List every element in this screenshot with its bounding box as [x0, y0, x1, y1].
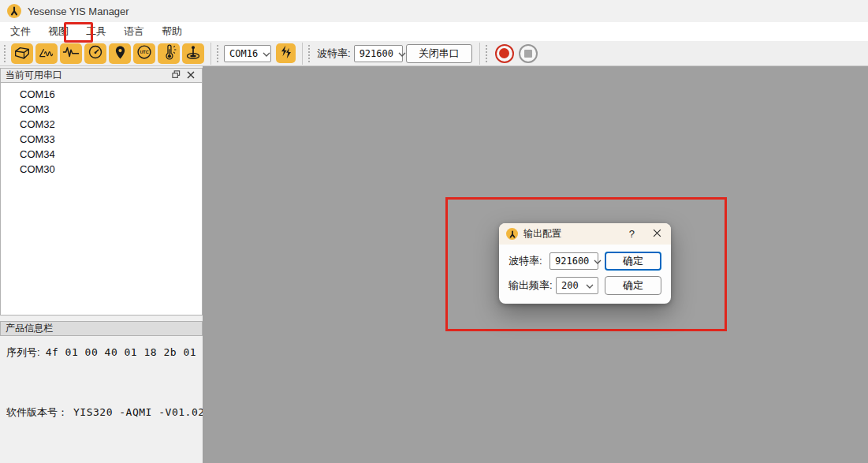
toolbar-grip[interactable]	[308, 45, 312, 62]
toolbar-grip[interactable]	[486, 45, 490, 62]
close-icon	[187, 69, 195, 81]
close-panel-button[interactable]	[184, 69, 198, 82]
content-area: 当前可用串口 COM16 COM3 COM32 COM33 COM34 COM3…	[0, 66, 868, 463]
temperature-icon	[162, 44, 177, 62]
3d-box-icon	[14, 46, 30, 62]
title-bar: Yesense YIS Manager	[0, 0, 868, 22]
waveform-icon	[62, 46, 80, 61]
utc-clock-icon: UTC	[136, 44, 152, 62]
output-config-dialog: 输出配置 ? 波特率: 921600 确定 输出频率:	[499, 223, 671, 304]
app-window: { "window": { "title": "Yesense YIS Mana…	[0, 0, 868, 463]
stop-icon	[524, 50, 532, 58]
dialog-help-button[interactable]: ?	[624, 228, 639, 240]
toolbar-separator	[210, 43, 211, 65]
toolbar-separator	[302, 43, 303, 65]
frequency-confirm-button[interactable]: 确定	[605, 276, 661, 295]
menu-bar: 文件 视图 工具 语言 帮助	[0, 22, 868, 41]
list-item-port[interactable]: COM34	[1, 147, 202, 162]
com-port-value: COM16	[229, 48, 258, 59]
close-serial-port-button[interactable]: 关闭串口	[406, 44, 472, 63]
tool-utc-time-button[interactable]: UTC	[133, 43, 155, 64]
svg-text:UTC: UTC	[140, 50, 148, 54]
dialog-baud-value: 921600	[555, 256, 589, 267]
menu-help[interactable]: 帮助	[153, 22, 191, 41]
panel-splitter[interactable]	[0, 316, 203, 321]
toolbar-grip[interactable]	[4, 45, 8, 62]
menu-view[interactable]: 视图	[39, 22, 77, 41]
toolbar: UTC COM16 波特率: 921600 关闭串口	[0, 41, 868, 66]
gauge-icon	[88, 44, 103, 62]
menu-language[interactable]: 语言	[115, 22, 153, 41]
serial-number-line: 序列号: 4f 01 00 40 01 18 2b 01	[6, 345, 196, 360]
left-panel: 当前可用串口 COM16 COM3 COM32 COM33 COM34 COM3…	[0, 66, 203, 463]
app-logo-icon	[7, 4, 21, 18]
float-panel-button[interactable]	[169, 69, 184, 82]
dialog-frequency-select[interactable]: 200	[556, 277, 598, 294]
probe-icon	[185, 44, 201, 62]
close-icon	[653, 228, 661, 240]
baud-confirm-button[interactable]: 确定	[605, 252, 661, 271]
record-button[interactable]	[495, 44, 514, 63]
window-title: Yesense YIS Manager	[28, 6, 129, 17]
location-pin-icon	[114, 45, 126, 62]
refresh-ports-icon	[279, 45, 293, 62]
list-item-port[interactable]: COM30	[1, 162, 202, 177]
chevron-down-icon	[398, 48, 406, 59]
serial-number-label: 序列号:	[6, 345, 40, 360]
main-workspace: 输出配置 ? 波特率: 921600 确定 输出频率:	[203, 66, 868, 463]
dialog-title-bar[interactable]: 输出配置 ?	[499, 223, 671, 245]
float-window-icon	[172, 69, 181, 81]
stop-button[interactable]	[519, 44, 538, 63]
dialog-frequency-row: 输出频率: 200 确定	[509, 276, 661, 295]
list-item-port[interactable]: COM33	[1, 132, 202, 147]
chevron-down-icon	[263, 48, 270, 59]
ports-panel-header: 当前可用串口	[0, 68, 203, 83]
dialog-body: 波特率: 921600 确定 输出频率: 200 确定	[499, 245, 671, 295]
com-port-select[interactable]: COM16	[224, 45, 271, 62]
tool-location-button[interactable]	[109, 43, 131, 64]
tool-temperature-button[interactable]	[158, 43, 180, 64]
serial-number-value: 4f 01 00 40 01 18 2b 01	[46, 346, 197, 358]
dialog-baud-label: 波特率:	[509, 254, 549, 268]
list-item-port[interactable]: COM16	[1, 87, 202, 102]
menu-tools[interactable]: 工具	[77, 22, 115, 41]
dialog-logo-icon	[506, 228, 518, 240]
refresh-ports-button[interactable]	[276, 43, 296, 63]
dialog-frequency-label: 输出频率:	[509, 278, 556, 293]
info-panel-header: 产品信息栏	[0, 321, 203, 336]
list-item-port[interactable]: COM3	[1, 102, 202, 117]
dialog-close-button[interactable]	[645, 228, 663, 240]
product-info-body: 序列号: 4f 01 00 40 01 18 2b 01 软件版本号： YIS3…	[0, 336, 203, 463]
ports-panel-title: 当前可用串口	[6, 69, 62, 82]
baud-rate-value: 921600	[359, 48, 393, 59]
attitude-wave-icon	[38, 46, 55, 62]
dialog-title: 输出配置	[523, 227, 561, 241]
tool-probe-button[interactable]	[182, 43, 204, 64]
info-panel-title: 产品信息栏	[6, 322, 53, 335]
record-icon	[499, 48, 509, 58]
dialog-baud-select[interactable]: 921600	[549, 252, 598, 270]
ports-list: COM16 COM3 COM32 COM33 COM34 COM30	[0, 83, 203, 316]
software-version-label: 软件版本号：	[6, 405, 68, 420]
baud-rate-select[interactable]: 921600	[354, 45, 403, 62]
tool-attitude-plot-button[interactable]	[35, 43, 58, 64]
baud-rate-label: 波特率:	[317, 47, 351, 61]
dialog-baud-row: 波特率: 921600 确定	[509, 252, 661, 271]
menu-file[interactable]: 文件	[2, 22, 39, 41]
toolbar-grip[interactable]	[217, 45, 221, 62]
toolbar-separator	[479, 43, 480, 65]
dialog-frequency-value: 200	[561, 280, 579, 291]
chevron-down-icon	[594, 256, 602, 267]
software-version-line: 软件版本号： YIS320 -AQMI -V01.02.03;	[6, 405, 196, 420]
tool-3d-view-button[interactable]	[11, 43, 33, 64]
list-item-port[interactable]: COM32	[1, 117, 202, 132]
tool-waveform-button[interactable]	[60, 43, 82, 64]
chevron-down-icon	[586, 280, 594, 291]
tool-gauge-button[interactable]	[84, 43, 106, 64]
